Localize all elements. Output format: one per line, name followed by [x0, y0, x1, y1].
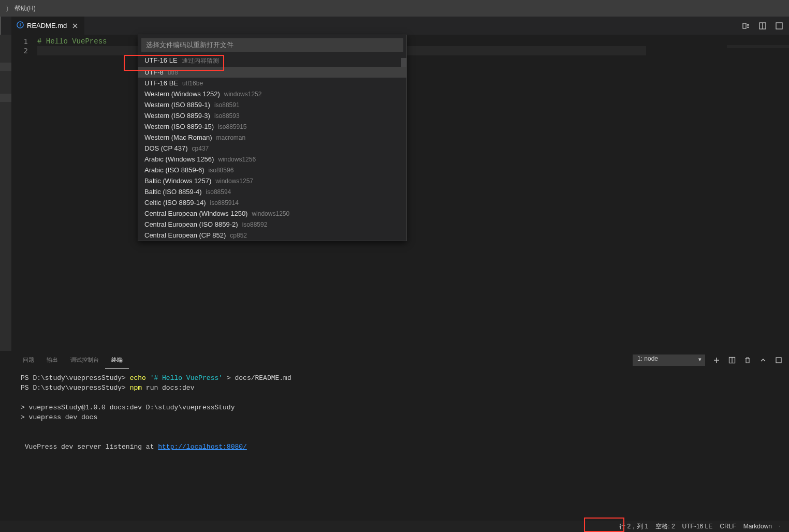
palette-item[interactable]: Celtic (ISO 8859-14)iso885914 — [138, 197, 406, 208]
tab-output[interactable]: 输出 — [40, 351, 64, 369]
status-bar: 行 2，列 1 空格: 2 UTF-16 LE CRLF Markdown — [0, 521, 789, 532]
line-gutter: 1 2 — [11, 35, 37, 351]
palette-item[interactable]: Western (ISO 8859-1)iso88591 — [138, 99, 406, 110]
palette-item[interactable]: DOS (CP 437)cp437 — [138, 143, 406, 154]
split-terminal-icon[interactable] — [728, 356, 736, 364]
line-number: 1 — [11, 37, 28, 46]
menu-help[interactable]: 帮助(H) — [11, 4, 39, 13]
palette-list: UTF-16 LE通过内容猜测 UTF-8utf8 UTF-16 BEutf16… — [138, 55, 406, 241]
activity-strip — [0, 17, 11, 35]
overview-marker — [0, 63, 11, 71]
palette-item[interactable]: Central European (ISO 8859-2)iso88592 — [138, 219, 406, 230]
split-editor-icon[interactable] — [757, 20, 768, 32]
palette-item[interactable]: Arabic (ISO 8859-6)iso88596 — [138, 165, 406, 175]
palette-item[interactable]: Western (Mac Roman)macroman — [138, 132, 406, 143]
tab-bar: README.md — [0, 17, 789, 35]
status-line-col[interactable]: 行 2，列 1 — [616, 522, 652, 531]
line-number: 2 — [11, 46, 28, 55]
palette-item[interactable]: Western (ISO 8859-15)iso885915 — [138, 121, 406, 132]
editor-area: 1 2 # Hello VuePress 选择文件编码以重新打开文件 UTF-1… — [0, 35, 789, 351]
more-icon[interactable] — [773, 20, 785, 32]
preview-icon[interactable] — [740, 20, 752, 32]
status-encoding[interactable]: UTF-16 LE — [679, 523, 717, 530]
terminal-selector[interactable]: 1: node — [633, 354, 705, 366]
trash-icon[interactable] — [743, 356, 752, 364]
panel-tabs: 问题 输出 调试控制台 终端 1: node — [0, 351, 789, 369]
status-language[interactable]: Markdown — [740, 523, 776, 530]
svg-rect-3 — [743, 23, 746, 28]
palette-item[interactable]: UTF-16 BEutf16be — [138, 78, 406, 88]
palette-item[interactable]: Baltic (ISO 8859-4)iso88594 — [138, 186, 406, 197]
palette-placeholder: 选择文件编码以重新打开文件 — [146, 40, 233, 50]
minimap[interactable] — [727, 35, 789, 351]
tab-terminal[interactable]: 终端 — [105, 351, 129, 369]
svg-rect-1 — [20, 24, 20, 26]
tab-problems[interactable]: 问题 — [17, 351, 40, 369]
menu-bar: ) 帮助(H) — [3, 3, 39, 14]
title-bar: ) 帮助(H) — [0, 0, 789, 17]
palette-item-utf8[interactable]: UTF-8utf8 — [138, 67, 406, 78]
palette-item[interactable]: Central European (Windows 1250)windows12… — [138, 208, 406, 219]
encoding-picker: 选择文件编码以重新打开文件 UTF-16 LE通过内容猜测 UTF-8utf8 … — [138, 35, 407, 241]
new-terminal-icon[interactable] — [712, 356, 721, 364]
maximize-panel-icon[interactable] — [775, 356, 783, 364]
palette-item[interactable]: UTF-16 LE通过内容猜测 — [138, 55, 406, 67]
svg-rect-2 — [20, 23, 20, 24]
palette-item[interactable]: Arabic (Windows 1256)windows1256 — [138, 154, 406, 165]
palette-item[interactable]: Western (Windows 1252)windows1252 — [138, 88, 406, 99]
tab-label: README.md — [27, 22, 67, 29]
palette-item[interactable]: Western (ISO 8859-3)iso88593 — [138, 110, 406, 121]
side-strip — [0, 35, 11, 351]
editor-tab-readme[interactable]: README.md — [11, 17, 84, 35]
svg-rect-7 — [776, 358, 781, 363]
tab-debug-console[interactable]: 调试控制台 — [64, 351, 105, 369]
info-icon — [17, 21, 24, 30]
close-icon[interactable] — [71, 22, 79, 30]
terminal-content[interactable]: PS D:\study\vuepressStudy> echo '# Hello… — [0, 369, 789, 532]
palette-item[interactable]: Baltic (Windows 1257)windows1257 — [138, 175, 406, 186]
status-indentation[interactable]: 空格: 2 — [652, 522, 678, 531]
svg-rect-5 — [776, 23, 782, 29]
bottom-panel: 问题 输出 调试控制台 终端 1: node PS D:\study\vuepr… — [0, 351, 789, 532]
overview-marker — [0, 94, 11, 102]
svg-point-8 — [779, 526, 780, 527]
palette-item[interactable]: Central European (CP 852)cp852 — [138, 230, 406, 241]
status-eol[interactable]: CRLF — [716, 523, 739, 530]
chevron-up-icon[interactable] — [759, 356, 767, 364]
palette-input[interactable]: 选择文件编码以重新打开文件 — [141, 38, 403, 52]
feedback-icon[interactable] — [776, 522, 784, 530]
